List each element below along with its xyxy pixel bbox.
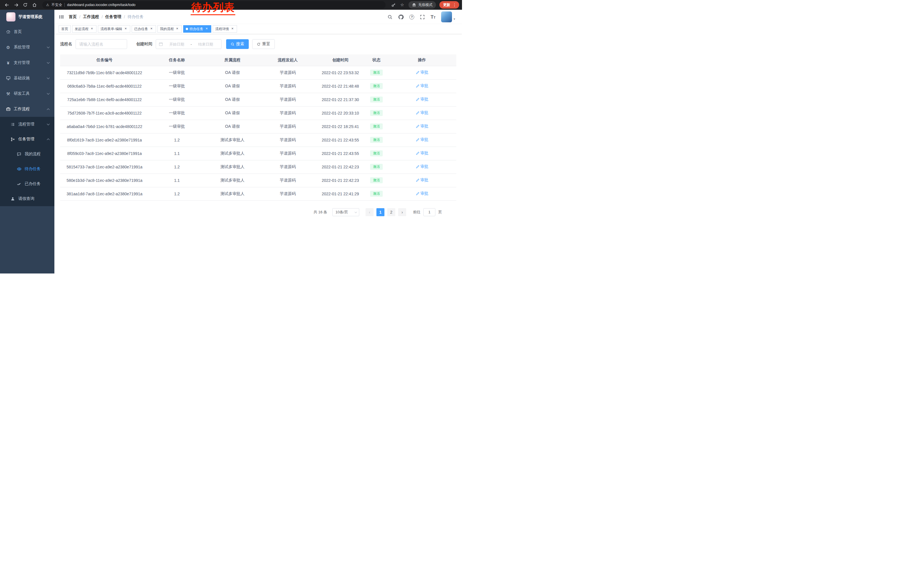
status-badge: 激活 [370, 177, 383, 183]
tab-done-tasks[interactable]: 已办任务 × [132, 25, 156, 33]
status-badge: 激活 [370, 110, 383, 116]
back-icon[interactable] [3, 1, 11, 9]
next-page-button[interactable]: › [398, 208, 406, 216]
tab-process-detail[interactable]: 流程详情 × [213, 25, 237, 33]
tab-todo-tasks[interactable]: 待办任务 × [183, 25, 211, 33]
end-date-input[interactable] [193, 42, 218, 47]
cell-created: 2022-01-22 18:25:41 [315, 120, 365, 133]
chevron-down-icon [47, 122, 50, 125]
home-icon[interactable] [30, 1, 38, 9]
sidebar-item-label: 基础设施 [14, 76, 30, 81]
cell-task-id: 381aa1dd-7ac8-11ec-a9e2-a2380e71991a [60, 187, 149, 200]
approve-link[interactable]: 审批 [416, 137, 429, 142]
approve-link[interactable]: 审批 [416, 151, 429, 156]
page-button-1[interactable]: 1 [376, 208, 384, 216]
tab-form-edit[interactable]: 流程表单-编辑 × [98, 25, 130, 33]
workflow-submenu: 流程管理 任务管理 我的流程 [0, 117, 54, 206]
approve-link[interactable]: 审批 [416, 83, 429, 89]
page-size-select[interactable]: 10条/页 [332, 208, 359, 216]
url-text[interactable]: dashboard.yudao.iocoder.cn/bpm/task/todo [67, 3, 135, 7]
sidebar-item-system[interactable]: ⚙ 系统管理 [0, 39, 54, 55]
sidebar-item-todo-tasks[interactable]: 待办任务 [0, 162, 54, 176]
approve-link[interactable]: 审批 [416, 124, 429, 129]
edit-icon [416, 138, 419, 142]
browser-update-button[interactable]: 更新 ⋮ [440, 1, 459, 9]
fullscreen-icon[interactable] [420, 15, 425, 20]
close-icon[interactable]: × [230, 27, 234, 31]
app-logo[interactable]: 芋道管理系统 [0, 10, 54, 24]
tab-start-process[interactable]: 发起流程 × [72, 25, 96, 33]
bookmark-star-icon[interactable]: ☆ [399, 2, 406, 8]
total-count: 共 16 条 [314, 210, 327, 215]
search-button[interactable]: 搜索 [226, 39, 249, 49]
breadcrumb-home[interactable]: 首页 [69, 14, 77, 20]
cell-initiator: 芋道源码 [260, 93, 315, 106]
pagination: 共 16 条 10条/页 ‹ 1 2 › 前往 页 [60, 208, 442, 216]
chevron-up-icon [47, 108, 50, 111]
approve-link[interactable]: 审批 [416, 191, 429, 196]
cell-initiator: 芋道源码 [260, 133, 315, 147]
table-body: 73211d9d-7b9b-11ec-b5b7-acde48001122 一级审… [60, 66, 456, 200]
chevron-down-icon [47, 92, 50, 95]
cell-actions: 审批 [388, 187, 456, 200]
approve-link[interactable]: 审批 [416, 110, 429, 116]
search-icon[interactable] [388, 15, 393, 20]
password-key-icon[interactable] [390, 1, 398, 9]
close-icon[interactable]: × [175, 27, 179, 31]
page-button-2[interactable]: 2 [387, 208, 395, 216]
monitor-icon [6, 76, 10, 81]
sidebar-item-my-processes[interactable]: 我的流程 [0, 147, 54, 162]
cell-task-name: 1.1 [149, 174, 205, 187]
user-menu[interactable]: ▾ [441, 12, 455, 23]
close-icon[interactable]: × [149, 27, 153, 31]
avatar[interactable] [441, 12, 452, 23]
github-icon[interactable] [398, 14, 404, 20]
cell-actions: 审批 [388, 79, 456, 93]
close-icon[interactable]: × [90, 27, 94, 31]
date-range-picker[interactable]: - [156, 39, 222, 49]
sidebar: 芋道管理系统 首页 ⚙ 系统管理 ¥ 支付管理 [0, 10, 54, 273]
prev-page-button[interactable]: ‹ [366, 208, 374, 216]
edit-icon [416, 71, 419, 75]
breadcrumb-workflow[interactable]: 工作流程 [83, 14, 99, 20]
forward-icon[interactable] [12, 1, 20, 9]
approve-link[interactable]: 审批 [416, 70, 429, 75]
todo-table: 任务编号 任务名称 所属流程 流程发起人 创建时间 状态 操作 73211d9d… [60, 54, 456, 201]
help-icon[interactable]: ? [410, 15, 414, 20]
cell-task-id: 580e1b3d-7ac8-11ec-a9e2-a2380e71991a [60, 174, 149, 187]
sidebar-item-payment[interactable]: ¥ 支付管理 [0, 55, 54, 71]
close-icon[interactable]: × [124, 27, 128, 31]
status-badge: 激活 [370, 123, 383, 130]
refresh-icon[interactable] [21, 1, 29, 9]
sidebar-item-process-management[interactable]: 流程管理 [0, 117, 54, 132]
process-name-input[interactable] [76, 39, 127, 49]
cell-initiator: 芋道源码 [260, 79, 315, 93]
sidebar-item-leave-query[interactable]: 请假查询 [0, 191, 54, 206]
cell-initiator: 芋道源码 [260, 120, 315, 133]
cell-task-name: 1.2 [149, 160, 205, 174]
sidebar-item-devtools[interactable]: ⚒ 研发工具 [0, 86, 54, 101]
close-icon[interactable]: × [205, 27, 208, 31]
sidebar-item-workflow[interactable]: 工作流程 [0, 101, 54, 117]
start-date-input[interactable] [164, 42, 189, 47]
cell-task-name: 一级审批 [149, 79, 205, 93]
edit-icon [416, 84, 419, 88]
approve-link[interactable]: 审批 [416, 177, 429, 183]
sidebar-item-home[interactable]: 首页 [0, 24, 54, 39]
sidebar-item-task-management[interactable]: 任务管理 [0, 132, 54, 147]
approve-link[interactable]: 审批 [416, 97, 429, 102]
security-label[interactable]: 不安全 [51, 3, 62, 8]
sidebar-item-infrastructure[interactable]: 基础设施 [0, 71, 54, 86]
tab-home[interactable]: 首页 [58, 25, 71, 33]
approve-link[interactable]: 审批 [416, 164, 429, 169]
tab-my-processes[interactable]: 我的流程 × [158, 25, 182, 33]
goto-page-input[interactable] [423, 208, 435, 216]
tools-icon: ⚒ [6, 92, 10, 96]
update-label: 更新 [443, 3, 450, 8]
breadcrumb-task-management[interactable]: 任务管理 [105, 14, 122, 20]
sidebar-collapse-icon[interactable] [54, 10, 69, 24]
reset-button[interactable]: 重置 [252, 39, 275, 49]
sidebar-item-done-tasks[interactable]: 已办任务 [0, 176, 54, 191]
menu-kebab-icon[interactable]: ⋮ [453, 3, 456, 7]
font-size-icon[interactable]: TT [430, 15, 435, 20]
